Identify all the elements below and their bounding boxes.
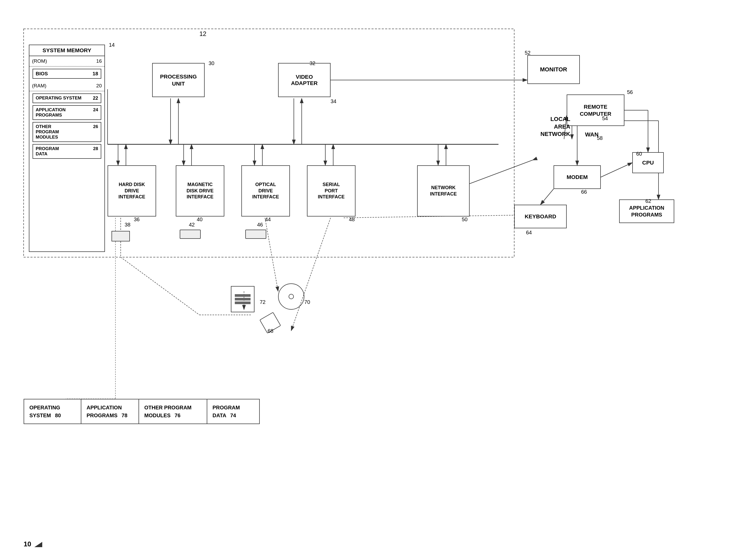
- remote-computer-box: REMOTECOMPUTER: [567, 94, 625, 126]
- main-box-ref: 12: [200, 30, 207, 37]
- network-interface-box: NETWORKINTERFACE: [417, 165, 470, 217]
- optical-drive-ref2: 46: [257, 222, 263, 228]
- ram-section: (RAM) 20: [29, 81, 104, 91]
- video-adapter-box: VIDEO ADAPTER: [278, 63, 331, 97]
- serial-port-interface-box: SERIALPORTINTERFACE: [307, 165, 356, 217]
- rom-section: (ROM) 16: [29, 56, 104, 67]
- bottom-app-box: APPLICATIONPROGRAMS 78: [81, 399, 139, 424]
- network-interface-ref: 50: [462, 217, 467, 223]
- remote-computer-ref: 56: [627, 89, 633, 95]
- floppy-device: [231, 286, 255, 312]
- hard-disk-ref2: 38: [125, 222, 130, 228]
- remote-app-ref: 62: [645, 198, 651, 204]
- svg-line-37: [291, 218, 331, 331]
- hard-disk-interface-box: HARD DISKDRIVEINTERFACE: [107, 165, 156, 217]
- lan-ref: 54: [602, 115, 608, 121]
- lan-label: LOCALAREANETWORK: [540, 115, 571, 138]
- svg-marker-41: [34, 542, 42, 547]
- svg-line-26: [601, 163, 632, 177]
- monitor-box: MONITOR: [527, 55, 580, 84]
- keyboard-box: KEYBOARD: [514, 205, 567, 228]
- system-memory-ref: 14: [109, 42, 115, 48]
- magnetic-disk-ref1: 40: [197, 217, 203, 223]
- bottom-row: OPERATINGSYSTEM 80 APPLICATIONPROGRAMS 7…: [24, 399, 260, 424]
- keyboard-ref: 64: [526, 230, 532, 236]
- other-programs-box: OTHERPROGRAMMODULES 26: [33, 122, 101, 142]
- svg-line-31: [540, 189, 554, 205]
- os-box: OPERATING SYSTEM 22: [33, 93, 101, 103]
- magnetic-disk-device: [180, 230, 201, 239]
- bus-ref: 34: [331, 98, 336, 104]
- modem-box: MODEM: [554, 165, 601, 189]
- processing-unit-box: PROCESSING UNIT: [152, 63, 205, 97]
- svg-line-33: [121, 257, 200, 315]
- figure-label: 10: [24, 540, 44, 548]
- svg-line-36: [265, 218, 278, 291]
- video-adapter-ref: 32: [310, 60, 315, 66]
- processing-unit-ref: 30: [209, 60, 214, 66]
- modem-ref: 66: [581, 189, 587, 195]
- bios-box: BIOS 18: [33, 69, 101, 79]
- optical-drive-interface-box: OPTICALDRIVEINTERFACE: [241, 165, 290, 217]
- optical-drive-device: [245, 230, 266, 239]
- optical-device: [278, 283, 304, 310]
- system-memory-header: SYSTEM MEMORY: [29, 45, 104, 56]
- wan-ref: 58: [597, 135, 603, 141]
- magnetic-disk-ref2: 42: [189, 222, 195, 228]
- program-data-box: PROGRAMDATA 28: [33, 144, 101, 159]
- bottom-other-box: OTHER PROGRAMMODULES 76: [139, 399, 207, 424]
- floppy-ref: 72: [260, 299, 266, 305]
- monitor-ref: 52: [525, 50, 530, 56]
- svg-line-22: [470, 160, 532, 184]
- app-programs-box: APPLICATIONPROGRAMS 24: [33, 105, 101, 120]
- magnetic-disk-interface-box: MAGNETICDISK DRIVEINTERFACE: [176, 165, 224, 217]
- bottom-os-box: OPERATINGSYSTEM 80: [24, 399, 81, 424]
- usb-ref: 68: [268, 328, 273, 334]
- serial-port-ref: 48: [349, 217, 355, 223]
- optical-drive-ref1: 44: [265, 217, 271, 223]
- hard-disk-ref1: 36: [134, 217, 139, 223]
- cpu-ref: 60: [636, 151, 642, 157]
- hard-disk-device: [111, 231, 130, 241]
- optical-ref: 70: [304, 299, 310, 305]
- wan-label: WAN: [585, 131, 599, 138]
- bottom-progdata-box: PROGRAMDATA 74: [207, 399, 260, 424]
